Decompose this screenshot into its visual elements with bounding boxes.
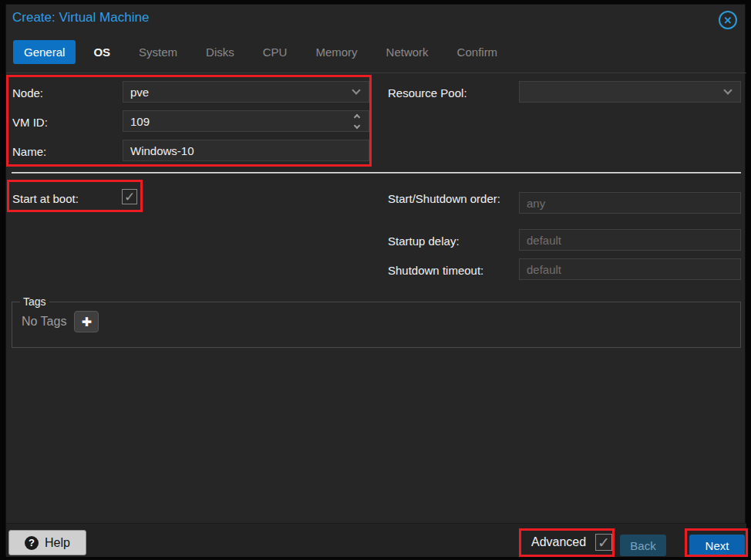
- tags-fieldset: Tags No Tags ✚: [12, 295, 741, 348]
- dialog-title: Create: Virtual Machine: [12, 10, 149, 25]
- start-at-boot-checkbox[interactable]: ✓: [122, 189, 137, 204]
- next-button-label: Next: [706, 539, 729, 552]
- advanced-label: Advanced: [531, 535, 586, 549]
- resource-pool-label: Resource Pool:: [388, 86, 467, 100]
- tab-disks[interactable]: Disks: [195, 40, 245, 64]
- checkmark-icon: ✓: [598, 535, 610, 550]
- tabs-divider: [6, 73, 746, 73]
- startup-order-input[interactable]: [520, 197, 740, 210]
- shutdown-timeout-input[interactable]: [520, 263, 740, 276]
- advanced-checkbox[interactable]: ✓: [595, 534, 612, 551]
- startup-delay-label: Startup delay:: [388, 234, 460, 248]
- startup-order-label: Start/Shutdown order:: [388, 191, 511, 207]
- tab-network[interactable]: Network: [376, 40, 439, 64]
- next-button[interactable]: Next: [689, 535, 745, 556]
- startup-delay-field[interactable]: [519, 229, 741, 251]
- tab-general[interactable]: General: [13, 40, 76, 64]
- resource-pool-dropdown[interactable]: [519, 81, 741, 103]
- vmid-input[interactable]: [123, 115, 355, 128]
- vmid-spinner[interactable]: [123, 110, 369, 132]
- shutdown-timeout-label: Shutdown timeout:: [388, 264, 483, 277]
- checkmark-icon: ✓: [124, 191, 135, 204]
- tab-confirm[interactable]: Confirm: [446, 40, 509, 64]
- back-button[interactable]: Back: [620, 535, 666, 556]
- startup-order-field[interactable]: [519, 192, 741, 214]
- tags-legend: Tags: [20, 295, 49, 308]
- chevron-down-icon[interactable]: [723, 86, 732, 94]
- name-label: Name:: [12, 145, 46, 158]
- start-at-boot-label: Start at boot:: [12, 192, 79, 205]
- tab-os[interactable]: OS: [83, 40, 121, 64]
- section-divider: [12, 172, 741, 174]
- tab-system[interactable]: System: [128, 40, 188, 64]
- help-button-label: Help: [45, 536, 70, 550]
- vmid-label: VM ID:: [12, 116, 48, 129]
- node-value: pve: [123, 86, 353, 99]
- wizard-tabs: General OS System Disks CPU Memory Netwo…: [13, 40, 508, 64]
- help-button[interactable]: ? Help: [8, 530, 86, 555]
- name-input[interactable]: [123, 144, 369, 157]
- no-tags-text: No Tags: [22, 315, 66, 329]
- chevron-down-icon[interactable]: [352, 86, 360, 94]
- add-tag-button[interactable]: ✚: [74, 311, 99, 332]
- close-icon[interactable]: ✕: [719, 11, 737, 29]
- tab-memory[interactable]: Memory: [305, 40, 368, 64]
- create-vm-dialog: Create: Virtual Machine ✕ General OS Sys…: [5, 4, 746, 556]
- back-button-label: Back: [630, 539, 655, 552]
- plus-icon: ✚: [82, 315, 92, 329]
- startup-delay-input[interactable]: [520, 234, 740, 247]
- shutdown-timeout-field[interactable]: [519, 258, 741, 280]
- node-dropdown[interactable]: pve: [123, 81, 369, 103]
- name-field[interactable]: [123, 140, 369, 161]
- spinner-arrows-icon[interactable]: [355, 115, 359, 128]
- node-label: Node:: [12, 86, 43, 100]
- question-mark-icon: ?: [25, 536, 39, 550]
- tab-cpu[interactable]: CPU: [252, 40, 298, 64]
